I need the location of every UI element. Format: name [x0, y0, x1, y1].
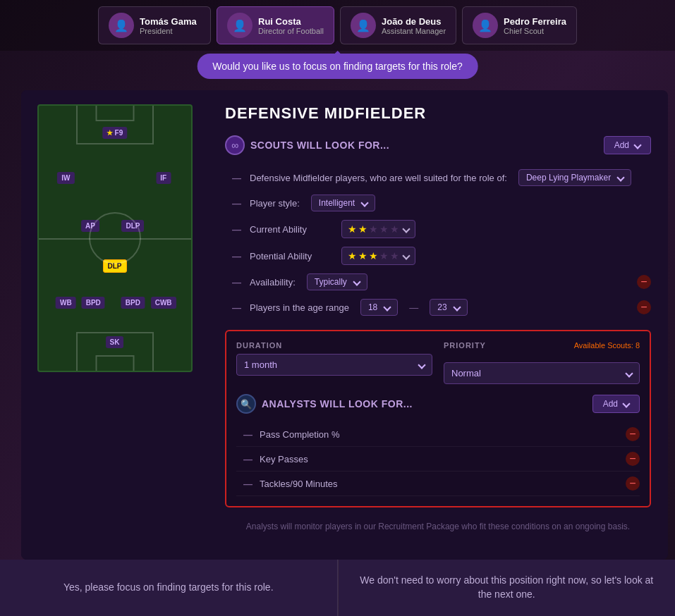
- analyst-row-tackles: — Tackles/90 Minutes −: [236, 472, 640, 496]
- position-bpd-left[interactable]: BPD: [82, 297, 105, 309]
- availability-dropdown[interactable]: Typically: [307, 273, 367, 290]
- scout-row-role: — Defensive Midfielder players, who are …: [225, 165, 651, 190]
- current-ability-stars[interactable]: ★ ★ ★ ★ ★: [341, 220, 415, 238]
- position-f9[interactable]: ★ F9: [102, 127, 127, 139]
- age-range-dash: —: [409, 302, 418, 313]
- analyst-key-passes-remove-button[interactable]: −: [626, 452, 640, 466]
- role-dropdown-chevron-icon: [617, 173, 625, 181]
- analyst-pass-text: Pass Completion %: [260, 429, 339, 440]
- potential-ability-stars[interactable]: ★ ★ ★ ★ ★: [341, 247, 415, 265]
- staff-name-tomas: Tomás Gama: [140, 16, 197, 27]
- role-dropdown-value: Deep Lying Playmaker: [526, 173, 611, 183]
- age-to-chevron-icon: [453, 303, 461, 311]
- staff-card-pedro[interactable]: 👤 Pedro Ferreira Chief Scout: [462, 6, 577, 44]
- scout-row-role-text: Defensive Midfielder players, who are we…: [250, 173, 507, 183]
- no-button[interactable]: We don't need to worry about this positi…: [339, 560, 676, 616]
- staff-card-tomas[interactable]: 👤 Tomás Gama President: [98, 6, 211, 44]
- analyst-pass-remove-button[interactable]: −: [626, 427, 640, 441]
- position-cwb-right[interactable]: CWB: [151, 297, 176, 309]
- staff-role-tomas: President: [140, 27, 197, 35]
- age-range-label: Players in the age range: [250, 302, 349, 313]
- position-sk[interactable]: SK: [106, 336, 124, 348]
- position-ap[interactable]: AP: [81, 220, 99, 232]
- analyst-tackles-remove-button[interactable]: −: [626, 476, 640, 491]
- scouts-add-chevron-icon: [633, 141, 641, 149]
- current-ability-chevron-icon: [402, 225, 410, 233]
- position-iw-left[interactable]: IW: [57, 172, 74, 184]
- pitch-side: ★ F9IWIFAPDLPDLPWBBPDBPDCWBSK: [21, 90, 208, 560]
- potential-ability-label: Potential Ability: [250, 251, 334, 261]
- staff-role-rui: Director of Football: [258, 27, 324, 35]
- staff-role-pedro: Chief Scout: [504, 27, 566, 35]
- speech-bubble: Would you like us to focus on finding ta…: [197, 54, 478, 79]
- scouts-label: SCOUTS WILL LOOK FOR...: [250, 140, 389, 151]
- staff-name-pedro: Pedro Ferreira: [504, 16, 566, 27]
- analysts-icon: 🔍: [236, 394, 256, 414]
- staff-role-joao: Assistant Manager: [382, 27, 446, 35]
- analyst-row-pass: — Pass Completion % −: [236, 422, 640, 447]
- analysts-label: ANALYSTS WILL LOOK FOR...: [262, 398, 413, 409]
- scouts-header: ∞ SCOUTS WILL LOOK FOR... Add: [225, 135, 651, 155]
- duration-chevron-icon: [418, 361, 425, 369]
- scouts-icon: ∞: [225, 135, 245, 155]
- position-star-icon: ★: [107, 129, 115, 137]
- staff-card-joao[interactable]: 👤 João de Deus Assistant Manager: [340, 6, 456, 44]
- duration-value: 1 month: [244, 359, 277, 370]
- availability-dropdown-value: Typically: [315, 277, 347, 287]
- avatar-rui: 👤: [227, 13, 253, 38]
- analysts-header: 🔍 ANALYSTS WILL LOOK FOR... Add: [236, 394, 640, 414]
- dur-priority-row: DURATION 1 month PRIORITY Available Scou…: [236, 341, 640, 384]
- age-from-chevron-icon: [384, 303, 391, 311]
- available-scouts-badge: Available Scouts: 8: [574, 341, 640, 350]
- staff-name-rui: Rui Costa: [258, 16, 324, 27]
- age-range-remove-button[interactable]: −: [637, 300, 651, 314]
- availability-remove-button[interactable]: −: [637, 275, 651, 289]
- duration-section: DURATION 1 month: [236, 341, 432, 376]
- small-box-bottom: [95, 355, 134, 371]
- priority-select[interactable]: Normal: [444, 362, 640, 384]
- main-panel: ★ F9IWIFAPDLPDLPWBBPDBPDCWBSK DEFENSIVE …: [21, 90, 668, 560]
- scouts-add-label: Add: [614, 140, 629, 150]
- age-from-dropdown[interactable]: 18: [360, 299, 398, 316]
- analyst-tackles-text: Tackles/90 Minutes: [260, 479, 338, 489]
- scout-row-style: — Player style: Intelligent: [225, 190, 651, 216]
- analysts-add-button[interactable]: Add: [592, 395, 640, 413]
- pitch-field: ★ F9IWIFAPDLPDLPWBBPDBPDCWBSK: [37, 104, 193, 372]
- position-dlp-main[interactable]: DLP: [103, 259, 127, 273]
- age-to-dropdown[interactable]: 23: [430, 299, 467, 316]
- small-box-top: [95, 106, 134, 121]
- age-from-value: 18: [368, 302, 377, 312]
- avatar-tomas: 👤: [109, 13, 134, 38]
- analyst-key-passes-text: Key Passes: [260, 454, 308, 464]
- duration-label: DURATION: [236, 341, 432, 350]
- position-dlp-mid[interactable]: DLP: [121, 220, 144, 232]
- yes-button[interactable]: Yes, please focus on finding targets for…: [0, 560, 338, 616]
- availability-label: Availability:: [250, 277, 296, 288]
- analyst-row-key-passes: — Key Passes −: [236, 447, 640, 472]
- avatar-joao: 👤: [351, 13, 376, 38]
- avatar-pedro: 👤: [473, 13, 498, 38]
- scout-row-potential-ability: — Potential Ability ★ ★ ★ ★ ★: [225, 242, 651, 269]
- scouts-add-button[interactable]: Add: [604, 136, 651, 154]
- staff-card-rui[interactable]: 👤 Rui Costa Director of Football: [217, 6, 334, 44]
- position-if-right[interactable]: IF: [156, 172, 171, 184]
- position-bpd-right[interactable]: BPD: [121, 297, 145, 309]
- staff-name-joao: João de Deus: [382, 16, 446, 27]
- priority-chevron-icon: [625, 369, 633, 377]
- style-dropdown[interactable]: Intelligent: [311, 195, 375, 211]
- potential-ability-chevron-icon: [402, 252, 410, 259]
- age-to-value: 23: [437, 302, 446, 312]
- staff-bar: 👤 Tomás Gama President 👤 Rui Costa Direc…: [0, 0, 675, 51]
- current-ability-label: Current Ability: [250, 224, 334, 235]
- scout-row-age: — Players in the age range 18 — 23 −: [225, 295, 651, 320]
- style-dropdown-value: Intelligent: [319, 198, 355, 208]
- style-dropdown-chevron-icon: [361, 199, 369, 207]
- position-wb-left[interactable]: WB: [56, 297, 76, 309]
- footer-note: Analysts will monitor players in our Rec…: [225, 520, 651, 533]
- analysts-add-chevron-icon: [622, 400, 630, 407]
- scout-row-availability: — Availability: Typically −: [225, 269, 651, 295]
- scout-row-style-label: Player style:: [250, 198, 300, 209]
- priority-value: Normal: [451, 368, 481, 378]
- role-dropdown[interactable]: Deep Lying Playmaker: [518, 169, 631, 186]
- duration-select[interactable]: 1 month: [236, 354, 432, 376]
